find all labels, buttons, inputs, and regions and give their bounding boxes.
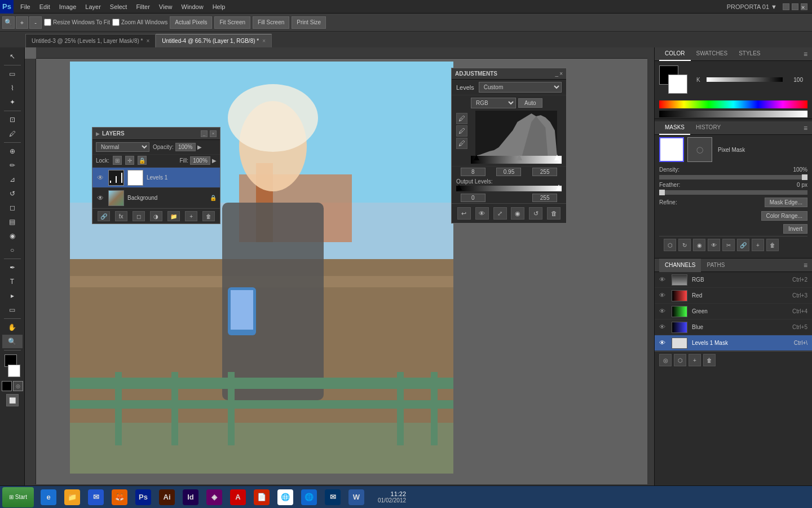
path-selection-tool[interactable]: ▸ xyxy=(2,289,23,303)
layers-panel-collapse[interactable]: ▶ xyxy=(96,131,100,137)
history-brush-tool[interactable]: ↺ xyxy=(2,187,23,200)
taskbar-app-outlook[interactable]: ✉ xyxy=(321,487,344,507)
channel-vis-green[interactable]: 👁 xyxy=(659,308,667,316)
taskbar-app-ps[interactable]: Ps xyxy=(132,487,155,507)
eraser-tool[interactable]: ◻ xyxy=(2,201,23,214)
quick-mask-btn[interactable]: ◎ xyxy=(13,381,23,391)
print-size-btn[interactable]: Print Size xyxy=(292,16,326,29)
layer-levels1[interactable]: 👁 Levels 1 xyxy=(92,168,220,188)
color-panel-menu[interactable]: ≡ xyxy=(804,50,807,58)
taskbar-app-chrome[interactable]: 🌐 xyxy=(274,487,297,507)
channel-load-btn[interactable]: ◎ xyxy=(659,354,672,366)
taskbar-app-mail[interactable]: ✉ xyxy=(85,487,107,507)
mask-icon-2[interactable]: ↻ xyxy=(678,239,691,251)
channel-delete-btn[interactable]: 🗑 xyxy=(703,354,716,366)
brightness-bar[interactable] xyxy=(659,111,807,117)
menu-image[interactable]: Image xyxy=(55,0,81,13)
taskbar-app-word[interactable]: W xyxy=(345,487,368,507)
channel-vis-blue[interactable]: 👁 xyxy=(659,323,667,331)
input-gamma[interactable] xyxy=(496,168,521,176)
density-slider[interactable] xyxy=(659,175,807,179)
channel-green[interactable]: 👁 Green Ctrl+4 xyxy=(655,304,812,319)
eyedropper-shadows[interactable]: 🖊 xyxy=(456,113,467,124)
zoom-all-checkbox[interactable]: Zoom All Windows xyxy=(112,19,167,26)
zoom-out-btn[interactable]: - xyxy=(29,16,42,29)
zoom-all-input[interactable] xyxy=(112,19,120,26)
fill-arrow[interactable]: ▶ xyxy=(212,157,217,164)
menu-select[interactable]: Select xyxy=(105,0,132,13)
tab-styles[interactable]: STYLES xyxy=(733,47,766,61)
pen-tool[interactable]: ✒ xyxy=(2,261,23,274)
layer-vis-levels1[interactable]: 👁 xyxy=(96,173,105,182)
midtone-handle[interactable] xyxy=(517,155,522,160)
move-tool[interactable]: ↖ xyxy=(2,50,23,63)
background-swatch[interactable] xyxy=(668,75,687,94)
zoom-tool-btn[interactable]: 🔍 xyxy=(2,16,15,29)
gradient-tool[interactable]: ▤ xyxy=(2,215,23,229)
fit-screen-btn[interactable]: Fit Screen xyxy=(214,16,250,29)
mask-icon-6[interactable]: 🔗 xyxy=(737,239,749,251)
adj-minimize[interactable]: _ xyxy=(555,71,559,77)
marquee-tool[interactable]: ▭ xyxy=(2,67,23,81)
fill-screen-btn[interactable]: Fill Screen xyxy=(253,16,289,29)
taskbar-app-firefox[interactable]: 🦊 xyxy=(108,487,131,507)
blur-tool[interactable]: ◉ xyxy=(2,229,23,243)
channel-blue[interactable]: 👁 Blue Ctrl+5 xyxy=(655,319,812,335)
output-levels-slider[interactable] xyxy=(456,186,562,191)
adj-close[interactable]: × xyxy=(559,71,563,77)
lock-pixels-btn[interactable]: ⊞ xyxy=(113,156,122,165)
menu-filter[interactable]: Filter xyxy=(131,0,154,13)
taskbar-app-ie[interactable]: e xyxy=(37,487,60,507)
taskbar-app-id[interactable]: Id xyxy=(179,487,202,507)
lock-position-btn[interactable]: ✛ xyxy=(125,156,134,165)
layer-link-btn[interactable]: 🔗 xyxy=(98,211,110,221)
lasso-tool[interactable]: ⌇ xyxy=(2,81,23,95)
channel-red[interactable]: 👁 Red Ctrl+3 xyxy=(655,288,812,304)
channel-new-btn[interactable]: + xyxy=(689,354,701,366)
screen-mode-btn[interactable]: ⬜ xyxy=(6,394,19,406)
crop-tool[interactable]: ⊡ xyxy=(2,113,23,126)
resize-windows-checkbox[interactable]: Resize Windows To Fit xyxy=(44,19,110,26)
tab-swatches[interactable]: SWATCHES xyxy=(691,47,734,61)
brush-tool[interactable]: ✏ xyxy=(2,159,23,172)
layer-vis-background[interactable]: 👁 xyxy=(96,194,105,203)
adj-preset-select[interactable]: Custom xyxy=(479,82,562,93)
taskbar-app-ai[interactable]: Ai xyxy=(156,487,178,507)
actual-pixels-btn[interactable]: Actual Pixels xyxy=(170,16,212,29)
dodge-tool[interactable]: ○ xyxy=(2,243,23,257)
tab-history[interactable]: HISTORY xyxy=(690,121,726,135)
mask-icon-4[interactable]: 👁 xyxy=(708,239,720,251)
hand-tool[interactable]: ✋ xyxy=(2,321,23,334)
taskbar-app-folder[interactable]: 📁 xyxy=(61,487,83,507)
layer-delete-btn[interactable]: 🗑 xyxy=(202,211,215,221)
taskbar-app-ie2[interactable]: 🌐 xyxy=(298,487,320,507)
tab-color[interactable]: COLOR xyxy=(659,47,691,61)
channel-vis-rgb[interactable]: 👁 xyxy=(659,276,667,284)
auto-btn[interactable]: Auto xyxy=(518,98,542,108)
close-btn[interactable]: × xyxy=(801,3,807,10)
tab-channels[interactable]: CHANNELS xyxy=(659,259,701,272)
opacity-input[interactable] xyxy=(175,143,196,151)
zoom-tool[interactable]: 🔍 xyxy=(2,335,23,348)
quick-mask-std[interactable] xyxy=(2,381,12,391)
color-swatch-container[interactable] xyxy=(659,65,687,94)
layer-adjustment-btn[interactable]: ◑ xyxy=(150,211,162,221)
tab-close-1[interactable]: × xyxy=(146,38,149,44)
output-black-input[interactable] xyxy=(461,194,486,202)
channel-select[interactable]: RGB xyxy=(471,98,516,108)
layer-new-btn[interactable]: + xyxy=(185,211,197,221)
channel-vis-red[interactable]: 👁 xyxy=(659,292,667,300)
mask-edge-btn[interactable]: Mask Edge... xyxy=(765,198,807,207)
lock-all-btn[interactable]: 🔒 xyxy=(138,156,147,165)
layer-group-btn[interactable]: 📁 xyxy=(167,211,180,221)
layers-minimize[interactable]: _ xyxy=(201,130,208,137)
menu-layer[interactable]: Layer xyxy=(81,0,105,13)
channel-levels-mask[interactable]: 👁 Levels 1 Mask Ctrl+\ xyxy=(655,335,812,351)
tab-untitled4[interactable]: Untitled-4 @ 66.7% (Layer 1, RGB/8) * × xyxy=(156,34,272,47)
feather-slider[interactable] xyxy=(659,190,807,195)
layer-background[interactable]: 👁 Background 🔒 xyxy=(92,188,220,208)
type-tool[interactable]: T xyxy=(2,275,23,288)
tab-paths[interactable]: PATHS xyxy=(701,259,730,272)
eyedropper-highlights[interactable]: 🖊 xyxy=(456,138,467,149)
resize-windows-input[interactable] xyxy=(44,19,51,26)
